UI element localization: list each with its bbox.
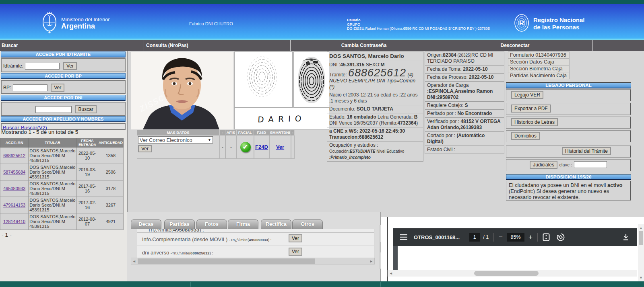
renaper-logo-icon: R (512, 13, 531, 34)
tab-otros[interactable]: Otros (292, 219, 323, 229)
menu-item-buscar[interactable]: Buscar (0, 40, 144, 51)
pdf-page-total: / 1 (483, 234, 489, 240)
cotejo-row: Requiere Cotejo: S (425, 101, 504, 110)
tramite-id: 688625612 (190, 251, 210, 255)
results-table: ACCIï¿½N TITULAR FECHA ENTRADA ANTIGUEDA… (0, 138, 124, 230)
tramite-link[interactable]: 479614153 (3, 203, 25, 207)
zoom-in-icon[interactable]: + (528, 233, 533, 241)
pdf-scroll-left-icon[interactable]: ◄ (389, 270, 393, 277)
scroll-right-icon[interactable]: ► (369, 258, 373, 264)
col-accion: ACCIï¿½N (0, 138, 29, 148)
doc-title: dni anverso (142, 250, 171, 256)
correo-cell: Ver Correo Electronico ▼ Ver (137, 135, 220, 159)
menu-item-cambia-contrasena[interactable]: Cambia Contraseña (291, 40, 437, 51)
exportar-pdf-button[interactable]: Exportar a PDF (511, 105, 551, 113)
fingerprint-right (293, 51, 329, 108)
pdf-title: OTROS_0001168... (414, 234, 460, 240)
person-tramite-row: Tramite: 688625612 (4) NUEVO EJEMPLAR DN… (327, 69, 423, 91)
dni-buscar-button[interactable]: Buscar (75, 105, 96, 113)
tramite-link[interactable]: 587455684 (3, 170, 25, 174)
origen-paren: (20325) (456, 53, 471, 57)
usuario-label: Usuario (347, 18, 490, 23)
clave-input[interactable] (574, 161, 607, 168)
bp-label: BP: (3, 85, 11, 90)
caja-partidas[interactable]: Partidas Nacimiento Caja (508, 72, 570, 79)
documento-label: Documento: (329, 106, 357, 112)
ocupacion-label: Ocupación: (329, 149, 350, 154)
tab-partidas[interactable]: Partidas (164, 219, 195, 229)
tab-decas[interactable]: Decas (131, 219, 161, 229)
cotejo-value: S (464, 102, 468, 108)
historial-tramite-box: Historial del Trámite (506, 146, 631, 158)
pdf-menu-icon[interactable] (400, 234, 407, 240)
bp-input[interactable] (13, 84, 47, 91)
results-count-label: Mostrando 1 - 5 de un total de 5 (1, 129, 78, 135)
pdf-vscrollbar[interactable]: ▲ ▼ (638, 224, 644, 281)
idtramite-input[interactable] (25, 63, 60, 70)
tab-fotos[interactable]: Fotos (196, 219, 227, 229)
historico-letras-button[interactable]: Historico de Letras (511, 118, 558, 126)
domicilios-button[interactable]: Domicilios (511, 132, 540, 140)
col-dash: - (220, 130, 225, 135)
person-data-panel: DOS SANTOS, Marcelo Dario DNI :45.391.31… (327, 51, 423, 162)
f24d-link[interactable]: F24D (255, 144, 268, 150)
pdf-page-canvas (398, 246, 637, 270)
document-list-hscrollbar[interactable]: ◄ ► (131, 258, 375, 264)
smartdni-cell: Ver (269, 135, 291, 159)
pdf-scroll-up-icon[interactable]: ▲ (638, 226, 644, 230)
menu-item-consulta[interactable]: Consulta (NroPas) (144, 40, 291, 51)
toma-value: 2022-05-10 (463, 66, 487, 72)
doc-ver-button[interactable]: Ver (289, 234, 302, 242)
person-documento-row: Documento: SOLO TARJETA (327, 105, 423, 113)
judiciales-button[interactable]: Judiciales (530, 161, 557, 169)
dni-label: DNI : (329, 62, 340, 68)
fecha-proceso-row: Fecha de Proceso: 2022-05-10 (425, 73, 504, 82)
mas-datos-title: MAS DATOS (137, 130, 220, 135)
bp-ver-button[interactable]: Ver (51, 84, 64, 92)
fit-page-icon[interactable] (543, 233, 550, 241)
dni-input[interactable] (35, 106, 72, 113)
tramite-link[interactable]: 495080933 (3, 186, 25, 191)
pdf-scroll-down-icon[interactable]: ▼ (639, 276, 643, 280)
disposicion-text-box: El ciudadano ya posee un DNI en el movil… (506, 181, 631, 201)
tramite-link[interactable]: 688625612 (3, 153, 25, 158)
doc-ver-button[interactable]: Ver (289, 248, 302, 256)
legajo-ver-button[interactable]: Legajo VER (511, 91, 543, 99)
estado-value: 16 embalado (347, 114, 376, 120)
caja-datos[interactable]: Sección Datos Caja (508, 58, 570, 66)
exportar-pdf-box: Exportar a PDF (506, 103, 631, 115)
scroll-left-icon[interactable]: ◄ (132, 258, 136, 264)
col-antiguedad: ANTIGUEDAD (98, 138, 123, 148)
toolbar-divider (493, 233, 494, 242)
caja-formulario[interactable]: Formulario 01340407936 (508, 51, 570, 59)
pdf-viewport (393, 246, 637, 270)
zoom-out-icon[interactable]: − (499, 233, 503, 241)
download-icon[interactable] (623, 234, 629, 241)
pdf-page-input[interactable]: 1 (469, 233, 480, 242)
rotate-icon[interactable] (556, 233, 565, 242)
smartdni-ver-link[interactable]: Ver (276, 144, 284, 150)
idtramite-ver-button[interactable]: Ver (63, 62, 77, 70)
toma-label: Fecha de Toma: (427, 66, 463, 72)
ocupacion-title: Ocupación y estudios : (329, 142, 421, 148)
titular-cell: DOS SANTOS,Marcelo Dario Sexo/DNI.M 4539… (29, 197, 77, 213)
historial-tramite-button[interactable]: Historial del Trámite (562, 147, 611, 155)
caja-biometria[interactable]: Sección Biometría Caja (508, 65, 570, 72)
fecha-toma-row: Fecha de Toma: 2022-05-10 (425, 65, 504, 74)
tab-rectifica[interactable]: Rectifica (261, 219, 291, 229)
org-line2: de las Personas (533, 24, 585, 31)
citizen-photo: zissc (131, 52, 233, 129)
correo-select[interactable]: Ver Correo Electronico ▼ (138, 136, 213, 144)
tramite-link[interactable]: 128149410 (3, 219, 25, 224)
table-row: 495080933 DOS SANTOS,Marcelo Dario Sexo/… (0, 180, 124, 197)
judiciales-box: Judiciales clave : (506, 159, 631, 171)
origen-value: 82384 (443, 52, 456, 58)
correo-ver-button[interactable]: Ver (138, 145, 152, 152)
tab-firma[interactable]: Firma (228, 219, 258, 229)
pdf-zoom-level[interactable]: 85% (507, 233, 524, 242)
menu-item-desconectar[interactable]: Desconectar (438, 40, 593, 51)
person-nacimiento-row: Nacio el 2003-12-21 su edad es :22 años … (327, 91, 423, 105)
operador-label: Operador de Carga (427, 82, 502, 88)
dash-cell-2 (291, 135, 295, 159)
pdf-hscrollbar[interactable]: ◄ (388, 270, 637, 277)
